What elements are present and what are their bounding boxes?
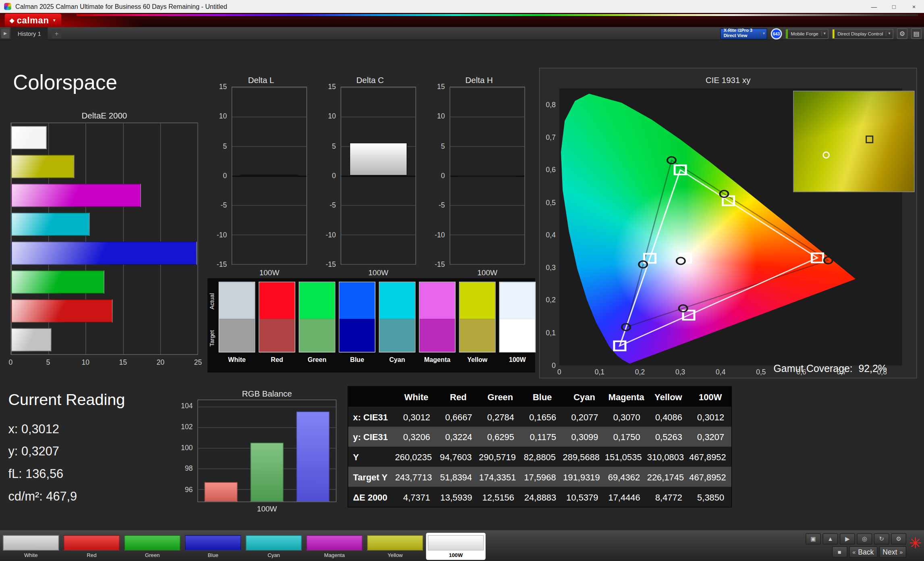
swatch-pair <box>419 282 456 352</box>
reading-fl: fL: 136,56 <box>8 467 63 481</box>
refresh-button[interactable]: ↻ <box>874 533 889 544</box>
history-nav-button[interactable]: ▶ <box>1 29 9 38</box>
next-button[interactable]: Next » <box>879 546 906 558</box>
patch-swatch <box>428 535 484 551</box>
column-header: 100W <box>689 392 731 402</box>
cie-zoom-inset <box>793 91 914 192</box>
table-cell: 0,3224 <box>437 432 479 442</box>
delta-l-xlabel: 100W <box>232 268 307 277</box>
table-cell: 0,3012 <box>689 411 731 422</box>
actual-swatch <box>380 282 415 319</box>
deltae-bar-red <box>11 299 112 322</box>
swatch-pair <box>379 282 415 352</box>
source-button[interactable]: Mobile Forge ▾ <box>785 29 828 39</box>
color-patch-100w[interactable]: 100W <box>426 533 486 560</box>
display-accent <box>833 29 835 38</box>
cie-y-tick: 0 <box>552 361 556 369</box>
chevron-down-icon: ▾ <box>760 31 765 36</box>
deltae-plot <box>10 123 198 355</box>
table-cell: 289,5688 <box>563 452 605 462</box>
back-button[interactable]: « Back <box>849 546 878 558</box>
actual-swatch <box>219 282 255 319</box>
close-button[interactable]: × <box>904 0 924 13</box>
swatch-label: Blue <box>339 356 376 363</box>
table-cell: 0,5263 <box>647 432 689 442</box>
swatch-pair <box>459 282 496 352</box>
actual-swatch <box>419 282 455 319</box>
delta-h-xlabel: 100W <box>450 268 525 277</box>
table-cell: 0,6295 <box>479 432 521 442</box>
minimize-button[interactable]: — <box>864 0 884 13</box>
row-label: x: CIE31 <box>348 411 395 422</box>
target-swatch <box>500 319 535 352</box>
eject-button[interactable]: ▲ <box>822 533 838 544</box>
patch-label: Cyan <box>246 552 302 558</box>
gridline <box>450 87 524 87</box>
gridline <box>232 264 306 264</box>
search-button[interactable]: ◎ <box>857 533 872 544</box>
color-patch-cyan[interactable]: Cyan <box>244 533 303 560</box>
maximize-button[interactable]: □ <box>884 0 904 13</box>
y-tick-label: 10 <box>328 112 336 120</box>
color-patch-blue[interactable]: Blue <box>183 533 243 560</box>
settings-button[interactable]: ⚙ <box>891 533 906 544</box>
swatch-label: Cyan <box>379 356 415 363</box>
calman-logo[interactable]: ◆ calman ▾ <box>5 14 62 27</box>
monitor-button[interactable]: ▣ <box>806 533 821 544</box>
delta-h-plot <box>450 87 525 265</box>
cie-y-tick: 0,5 <box>546 198 556 206</box>
next-label: Next <box>882 548 897 556</box>
workspace-button[interactable]: ▤ <box>911 28 922 39</box>
color-patch-green[interactable]: Green <box>123 533 182 560</box>
color-patch-white[interactable]: White <box>1 533 61 560</box>
patch-swatch <box>246 535 302 551</box>
alert-asterisk-icon: ✳ <box>909 536 922 551</box>
deltae-chart-title: DeltaE 2000 <box>10 111 198 120</box>
meter-line2: Direct View <box>724 33 758 39</box>
main-area: Colorspace DeltaE 2000 0510152025 Delta … <box>0 40 924 530</box>
play-button[interactable]: ▶ <box>840 533 855 544</box>
y-tick-label: 10 <box>437 112 445 120</box>
color-patch-red[interactable]: Red <box>62 533 122 560</box>
delta-l-plot <box>232 87 307 265</box>
display-control-button[interactable]: Direct Display Control ▾ <box>832 29 893 39</box>
rgb-xlabel: 100W <box>197 505 336 513</box>
table-cell: 12,5156 <box>479 492 521 502</box>
delta-h-ylabels: 151050-5-10-15 <box>427 87 447 265</box>
table-cell: 94,7603 <box>437 452 479 462</box>
gridline <box>232 146 306 147</box>
column-header: Blue <box>521 392 563 402</box>
delta-c-plot <box>341 87 416 265</box>
deltae-tick-label: 0 <box>8 358 12 366</box>
y-tick-label: -15 <box>326 260 336 268</box>
add-tab-button[interactable]: + <box>52 29 61 38</box>
settings-button[interactable]: ⚙ <box>897 28 907 39</box>
y-tick-label: 15 <box>437 83 445 91</box>
y-tick-label: 5 <box>223 142 227 150</box>
color-patch-magenta[interactable]: Magenta <box>305 533 364 560</box>
refresh-icon: ↻ <box>879 536 884 542</box>
swatch-label: 100W <box>499 356 536 363</box>
table-row: Target Y243,771351,8394174,335117,596819… <box>348 467 731 487</box>
cie-x-tick: 0 <box>557 368 561 376</box>
swatch-label: Magenta <box>419 356 456 363</box>
cie-xlabels: 00,10,20,30,40,50,60,70,8 <box>559 368 902 376</box>
deltae-bar-green <box>11 270 104 294</box>
table-cell: 0,4086 <box>647 411 689 422</box>
gridline <box>341 205 415 206</box>
tab-history-1[interactable]: History 1 <box>10 27 48 40</box>
cie-x-tick: 0,7 <box>837 368 846 376</box>
y-tick-label: 104 <box>181 402 193 410</box>
swatch-column-magenta: Magenta <box>419 282 456 363</box>
y-tick-label: -10 <box>217 231 227 239</box>
deltae-tick-label: 20 <box>157 358 165 366</box>
table-cell: 17,5968 <box>521 472 563 482</box>
stop-button[interactable]: ■ <box>832 546 847 558</box>
y-tick-label: 100 <box>181 444 193 452</box>
patch-swatch <box>367 535 423 551</box>
rgb-balance-title: RGB Balance <box>197 389 336 398</box>
target-swatch <box>460 319 495 352</box>
color-patch-yellow[interactable]: Yellow <box>365 533 425 560</box>
y-tick-label: 10 <box>219 112 227 120</box>
meter-button[interactable]: X-Rite i1Pro 3 Direct View ▾ <box>720 28 767 39</box>
